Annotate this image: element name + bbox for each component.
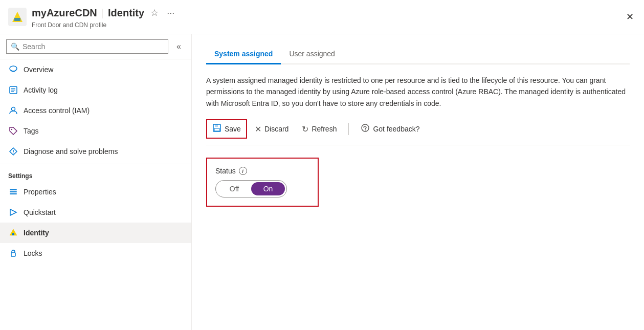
status-toggle[interactable]: Off On bbox=[215, 180, 287, 197]
resource-name: myAzureCDN bbox=[32, 7, 97, 19]
discard-icon: ✕ bbox=[255, 124, 261, 134]
tab-user-assigned[interactable]: User assigned bbox=[281, 45, 343, 64]
svg-rect-17 bbox=[12, 233, 14, 235]
sidebar-label-diagnose: Diagnose and solve problems bbox=[24, 147, 118, 156]
refresh-label: Refresh bbox=[312, 125, 337, 133]
svg-point-11 bbox=[13, 152, 14, 153]
sidebar-label-activity-log: Activity log bbox=[24, 86, 58, 94]
status-text: Status bbox=[215, 167, 236, 175]
page-title: Identity bbox=[108, 7, 144, 19]
svg-rect-18 bbox=[11, 253, 15, 256]
resource-subtitle: Front Door and CDN profile bbox=[32, 21, 624, 29]
svg-rect-14 bbox=[10, 193, 17, 194]
title-separator: | bbox=[101, 7, 104, 19]
locks-icon bbox=[8, 248, 18, 258]
feedback-icon bbox=[361, 123, 370, 135]
svg-rect-20 bbox=[215, 124, 218, 127]
svg-point-9 bbox=[11, 129, 12, 130]
sidebar-item-properties[interactable]: Properties bbox=[0, 182, 191, 202]
refresh-icon: ↻ bbox=[302, 124, 308, 134]
save-icon bbox=[212, 123, 221, 135]
sidebar: 🔍 « Overview Activity log bbox=[0, 34, 192, 330]
properties-icon bbox=[8, 187, 18, 197]
collapse-sidebar-button[interactable]: « bbox=[172, 40, 185, 53]
search-input[interactable] bbox=[23, 42, 164, 51]
svg-point-23 bbox=[365, 130, 366, 131]
search-icon: 🔍 bbox=[11, 42, 19, 51]
sidebar-item-overview[interactable]: Overview bbox=[0, 59, 191, 80]
resource-icon bbox=[8, 8, 27, 26]
sidebar-label-overview: Overview bbox=[24, 65, 53, 74]
svg-rect-13 bbox=[10, 191, 17, 192]
toolbar-divider bbox=[348, 123, 349, 135]
search-input-wrap[interactable]: 🔍 bbox=[6, 39, 168, 54]
status-label: Status i bbox=[215, 167, 309, 175]
header: myAzureCDN | Identity ☆ ··· Front Door a… bbox=[0, 0, 644, 34]
content-area: System assigned User assigned A system a… bbox=[192, 34, 644, 330]
overview-icon bbox=[8, 64, 18, 75]
identity-description: A system assigned managed identity is re… bbox=[206, 75, 626, 109]
tab-bar: System assigned User assigned bbox=[206, 45, 630, 64]
header-title: myAzureCDN | Identity ☆ ··· bbox=[32, 5, 624, 20]
nav-section-main: Overview Activity log Access control (IA… bbox=[0, 59, 191, 162]
search-bar: 🔍 « bbox=[0, 34, 191, 59]
main-layout: 🔍 « Overview Activity log bbox=[0, 34, 644, 330]
more-options-button[interactable]: ··· bbox=[165, 6, 176, 20]
quickstart-icon bbox=[8, 207, 18, 217]
nav-section-settings: Properties Quickstart Identity bbox=[0, 182, 191, 263]
feedback-button[interactable]: Got feedback? bbox=[355, 120, 425, 138]
diagnose-icon bbox=[8, 146, 18, 157]
sidebar-label-iam: Access control (IAM) bbox=[24, 106, 90, 115]
discard-button[interactable]: ✕ Discard bbox=[249, 121, 294, 138]
save-label: Save bbox=[225, 125, 241, 133]
tags-icon bbox=[8, 126, 18, 136]
activity-log-icon bbox=[8, 85, 18, 95]
svg-rect-12 bbox=[10, 189, 17, 190]
sidebar-label-locks: Locks bbox=[24, 249, 42, 257]
svg-marker-15 bbox=[10, 209, 16, 215]
iam-icon bbox=[8, 105, 18, 116]
identity-icon bbox=[8, 228, 18, 238]
svg-point-8 bbox=[12, 107, 15, 111]
nav-divider bbox=[0, 164, 191, 164]
discard-label: Discard bbox=[264, 125, 288, 133]
status-section: Status i Off On bbox=[206, 158, 319, 207]
refresh-button[interactable]: ↻ Refresh bbox=[296, 121, 342, 138]
sidebar-label-quickstart: Quickstart bbox=[24, 208, 56, 216]
sidebar-item-identity[interactable]: Identity bbox=[0, 223, 191, 243]
header-title-group: myAzureCDN | Identity ☆ ··· Front Door a… bbox=[32, 5, 624, 29]
sidebar-item-iam[interactable]: Access control (IAM) bbox=[0, 100, 191, 121]
sidebar-item-activity-log[interactable]: Activity log bbox=[0, 80, 191, 100]
toggle-off-option[interactable]: Off bbox=[217, 182, 251, 195]
feedback-label: Got feedback? bbox=[373, 125, 419, 133]
save-button[interactable]: Save bbox=[206, 119, 247, 139]
svg-rect-2 bbox=[14, 18, 20, 21]
sidebar-label-identity: Identity bbox=[24, 229, 49, 237]
svg-rect-21 bbox=[214, 128, 219, 131]
sidebar-label-tags: Tags bbox=[24, 127, 39, 135]
status-info-icon[interactable]: i bbox=[239, 167, 247, 175]
toolbar: Save ✕ Discard ↻ Refresh Got feedback? bbox=[206, 119, 630, 145]
toggle-on-option[interactable]: On bbox=[251, 182, 285, 195]
sidebar-item-diagnose[interactable]: Diagnose and solve problems bbox=[0, 141, 191, 162]
sidebar-item-tags[interactable]: Tags bbox=[0, 121, 191, 141]
sidebar-item-quickstart[interactable]: Quickstart bbox=[0, 202, 191, 223]
close-button[interactable]: ✕ bbox=[624, 9, 636, 25]
favorite-button[interactable]: ☆ bbox=[148, 5, 161, 20]
tab-system-assigned[interactable]: System assigned bbox=[206, 45, 281, 64]
sidebar-item-locks[interactable]: Locks bbox=[0, 243, 191, 263]
settings-section-label: Settings bbox=[0, 166, 191, 182]
sidebar-label-properties: Properties bbox=[24, 188, 56, 196]
